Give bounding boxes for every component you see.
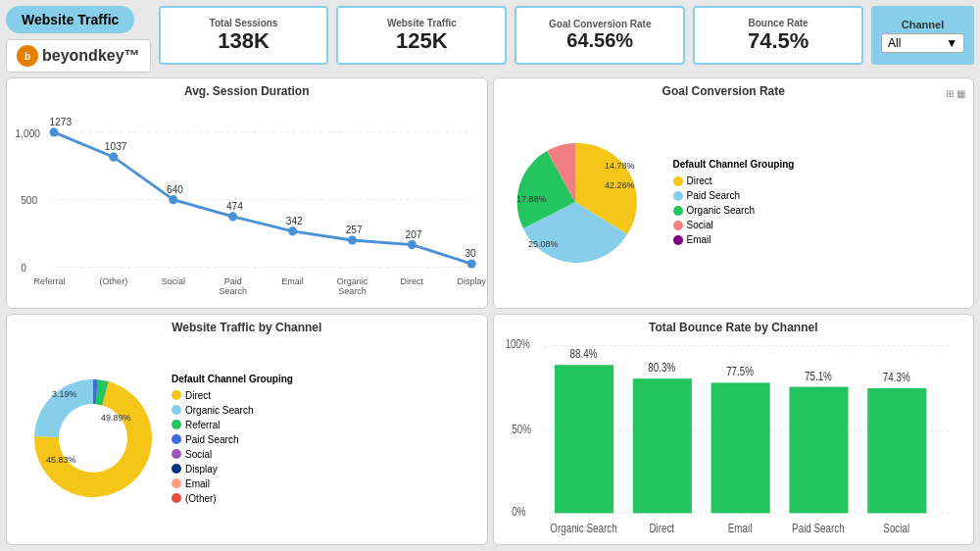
svg-text:Paid: Paid [224, 276, 242, 286]
svg-text:77.5%: 77.5% [726, 365, 754, 377]
goal-conversion-chart: Goal Conversion Rate ⊞ ▦ [493, 77, 975, 309]
kpi-website-traffic: Website Traffic 125K [336, 6, 507, 65]
goal-legend: Default Channel Grouping Direct Paid Sea… [673, 159, 795, 245]
svg-text:Direct: Direct [649, 522, 674, 534]
svg-text:Paid Search: Paid Search [792, 522, 845, 534]
svg-text:Social: Social [162, 276, 186, 286]
svg-text:Organic Search: Organic Search [550, 522, 616, 534]
svg-text:474: 474 [226, 201, 243, 212]
page-title: Website Traffic [6, 6, 134, 33]
svg-text:207: 207 [406, 229, 422, 240]
bounce-rate-chart: Total Bounce Rate by Channel 100% 50% 0% [493, 314, 975, 545]
svg-text:74.3%: 74.3% [882, 371, 909, 383]
website-traffic-chart: Website Traffic by Channel [6, 314, 488, 545]
avg-session-title: Avg. Session Duration [15, 84, 479, 98]
svg-point-11 [348, 235, 357, 244]
svg-text:Organic: Organic [337, 276, 368, 286]
svg-point-8 [169, 195, 177, 204]
avg-session-chart: Avg. Session Duration 1,000 500 0 [6, 77, 488, 309]
svg-text:1273: 1273 [49, 117, 72, 127]
svg-text:3.19%: 3.19% [52, 389, 77, 399]
table-icon[interactable]: ▦ [956, 88, 965, 99]
svg-rect-45 [554, 365, 612, 513]
channel-filter: Channel All ▼ [871, 6, 974, 65]
svg-text:50%: 50% [512, 423, 531, 435]
svg-rect-57 [867, 388, 926, 513]
svg-text:Email: Email [281, 276, 304, 286]
svg-point-13 [467, 259, 476, 268]
website-traffic-title: Website Traffic by Channel [15, 321, 479, 334]
svg-text:342: 342 [286, 216, 303, 226]
kpi-goal-conversion: Goal Conversion Rate 64.56% [514, 6, 685, 65]
svg-text:100%: 100% [505, 337, 529, 350]
bounce-rate-title: Total Bounce Rate by Channel [502, 321, 966, 334]
svg-text:Social: Social [883, 522, 909, 534]
svg-text:0%: 0% [512, 505, 525, 518]
svg-point-10 [288, 226, 297, 235]
logo-text: beyondkey™ [42, 47, 140, 65]
svg-text:Display: Display [457, 276, 486, 286]
bar-chart-svg: 100% 50% 0% 88.4% Organic Search [544, 340, 952, 519]
svg-point-12 [408, 240, 416, 249]
svg-text:Search: Search [338, 286, 367, 296]
svg-text:75.1%: 75.1% [804, 369, 831, 381]
pie-chart-svg: 14.78% 17.88% 25.08% 42.26% [507, 131, 663, 274]
svg-text:Search: Search [219, 286, 247, 296]
svg-point-7 [109, 153, 118, 162]
svg-text:14.78%: 14.78% [605, 161, 635, 171]
svg-text:25.08%: 25.08% [528, 239, 559, 249]
channel-value: All [888, 36, 901, 50]
logo-icon: b [17, 45, 38, 67]
kpi-bounce-rate: Bounce Rate 74.5% [693, 6, 863, 65]
svg-text:Email: Email [727, 522, 752, 534]
traffic-legend: Default Channel Grouping Direct Organic … [172, 374, 293, 504]
donut-chart-svg: 45.83% 49.89% 3.19% [24, 370, 162, 507]
svg-rect-54 [789, 387, 848, 514]
svg-text:500: 500 [21, 195, 37, 206]
kpi-total-sessions: Total Sessions 138K [159, 6, 329, 65]
svg-text:Direct: Direct [401, 276, 424, 286]
channel-dropdown[interactable]: All ▼ [881, 33, 964, 53]
filter-icon[interactable]: ⊞ [946, 88, 954, 99]
svg-text:1037: 1037 [105, 141, 127, 152]
svg-text:1,000: 1,000 [16, 127, 41, 138]
svg-point-9 [228, 212, 237, 221]
svg-point-6 [49, 127, 58, 136]
svg-text:257: 257 [346, 225, 363, 235]
svg-text:(Other): (Other) [100, 276, 128, 286]
goal-conversion-title: Goal Conversion Rate [502, 84, 947, 98]
svg-text:49.89%: 49.89% [101, 413, 131, 423]
svg-text:0: 0 [21, 263, 26, 274]
chevron-down-icon: ▼ [946, 36, 957, 50]
svg-text:17.88%: 17.88% [516, 194, 547, 204]
svg-rect-51 [710, 382, 769, 513]
svg-text:30: 30 [465, 248, 476, 259]
svg-text:Referral: Referral [33, 276, 65, 286]
svg-text:80.3%: 80.3% [648, 361, 675, 374]
svg-text:42.26%: 42.26% [605, 180, 635, 190]
svg-text:88.4%: 88.4% [569, 347, 597, 360]
svg-text:45.83%: 45.83% [46, 455, 76, 465]
svg-rect-48 [632, 378, 691, 513]
line-chart-svg: 1,000 500 0 [54, 110, 474, 289]
svg-text:640: 640 [167, 184, 183, 195]
